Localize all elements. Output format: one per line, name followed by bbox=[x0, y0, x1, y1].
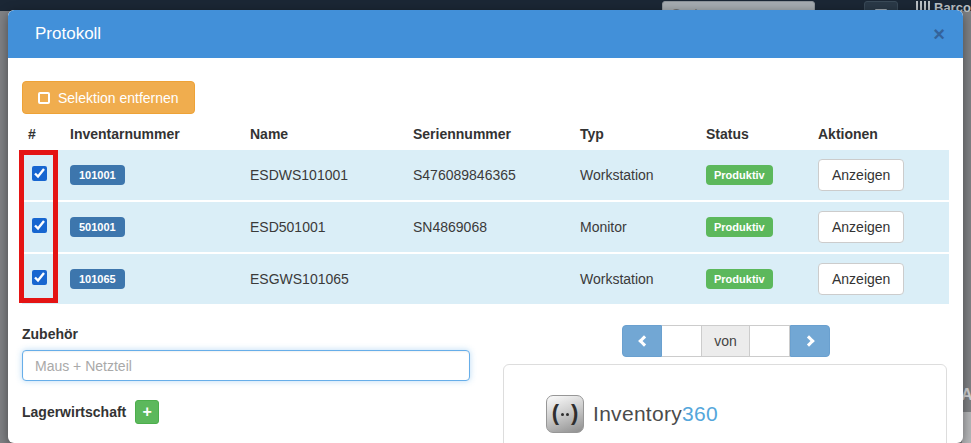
warehouse-row: Lagerwirtschaft + bbox=[22, 400, 159, 424]
accessories-input[interactable] bbox=[22, 350, 470, 381]
pagination: von bbox=[622, 325, 830, 357]
row-checkbox[interactable] bbox=[32, 270, 47, 285]
item-name: ESDWS101001 bbox=[250, 150, 413, 200]
table-row: 101001 ESDWS101001 S476089846365 Worksta… bbox=[22, 150, 949, 200]
col-header-aktionen: Aktionen bbox=[818, 120, 949, 148]
brand-row: ( ) Inventory360 bbox=[546, 395, 718, 433]
item-type: Workstation bbox=[580, 150, 706, 200]
previous-page-button[interactable] bbox=[622, 325, 662, 357]
item-serial bbox=[413, 254, 580, 304]
total-pages-input[interactable] bbox=[750, 325, 790, 357]
show-item-button[interactable]: Anzeigen bbox=[818, 159, 904, 191]
col-header-select: # bbox=[22, 120, 70, 148]
inventory-table: # Inventarnummer Name Seriennummer Typ S… bbox=[22, 118, 949, 306]
table-row: 501001 ESD501001 SN4869068 Monitor Produ… bbox=[22, 202, 949, 252]
show-item-button[interactable]: Anzeigen bbox=[818, 211, 904, 243]
col-header-inventarnummer: Inventarnummer bbox=[70, 120, 250, 148]
col-header-name: Name bbox=[250, 120, 413, 148]
col-header-status: Status bbox=[706, 120, 818, 148]
inventory-number-badge: 101065 bbox=[70, 269, 125, 289]
chevron-right-icon bbox=[803, 335, 814, 346]
item-serial: SN4869068 bbox=[413, 202, 580, 252]
modal-title: Protokoll bbox=[35, 24, 933, 44]
col-header-typ: Typ bbox=[580, 120, 706, 148]
inventory-number-badge: 101001 bbox=[70, 165, 125, 185]
warehouse-label: Lagerwirtschaft bbox=[22, 404, 126, 420]
status-badge: Produktiv bbox=[706, 217, 773, 237]
item-type: Monitor bbox=[580, 202, 706, 252]
brand-card: ( ) Inventory360 bbox=[503, 364, 947, 443]
modal-header: Protokoll × bbox=[8, 10, 963, 58]
row-checkbox[interactable] bbox=[32, 166, 47, 181]
chevron-left-icon bbox=[638, 335, 649, 346]
background-page-panel bbox=[962, 412, 971, 443]
inventory-number-badge: 501001 bbox=[70, 217, 125, 237]
show-item-button[interactable]: Anzeigen bbox=[818, 263, 904, 295]
add-warehouse-button[interactable]: + bbox=[135, 400, 159, 424]
col-header-seriennummer: Seriennummer bbox=[413, 120, 580, 148]
row-checkbox[interactable] bbox=[32, 218, 47, 233]
status-badge: Produktiv bbox=[706, 165, 773, 185]
remove-selection-label: Selektion entfernen bbox=[58, 90, 179, 106]
pagination-of-label: von bbox=[702, 325, 750, 357]
screen: Barco Ak Protokoll × Selektion entfernen… bbox=[0, 0, 971, 443]
table-header-row: # Inventarnummer Name Seriennummer Typ S… bbox=[22, 120, 949, 148]
brand-name: Inventory360 bbox=[593, 402, 718, 426]
item-serial: S476089846365 bbox=[413, 150, 580, 200]
protokoll-modal: Protokoll × Selektion entfernen # Invent… bbox=[8, 10, 963, 443]
item-name: ESD501001 bbox=[250, 202, 413, 252]
next-page-button[interactable] bbox=[790, 325, 830, 357]
remove-selection-button[interactable]: Selektion entfernen bbox=[22, 81, 195, 114]
inventory360-icon: ( ) bbox=[546, 395, 584, 433]
checkbox-outline-icon bbox=[38, 92, 50, 104]
close-icon[interactable]: × bbox=[933, 24, 945, 44]
item-name: ESGWS101065 bbox=[250, 254, 413, 304]
current-page-input[interactable] bbox=[662, 325, 702, 357]
accessories-label: Zubehör bbox=[22, 326, 78, 342]
item-type: Workstation bbox=[580, 254, 706, 304]
status-badge: Produktiv bbox=[706, 269, 773, 289]
table-row: 101065 ESGWS101065 Workstation Produktiv… bbox=[22, 254, 949, 304]
